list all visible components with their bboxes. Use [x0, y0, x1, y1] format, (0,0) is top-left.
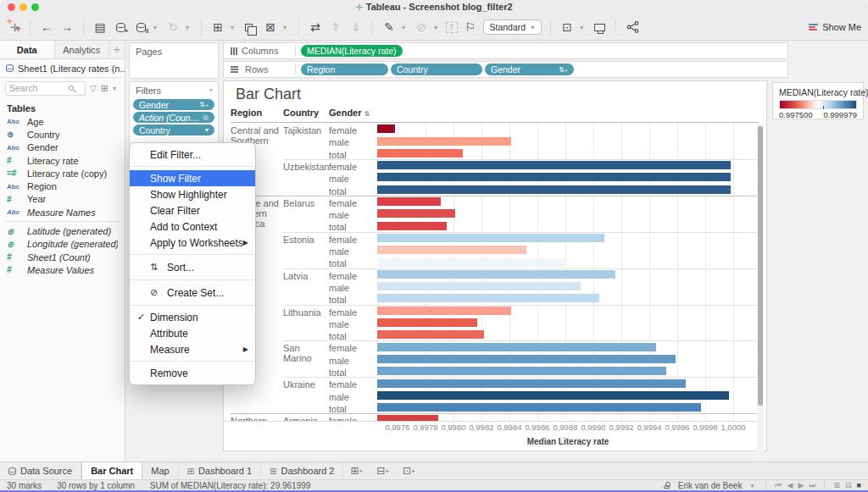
field-item[interactable]: ⊕Country [0, 128, 125, 141]
share-button[interactable] [625, 19, 640, 36]
highlight-caret[interactable]: ▾ [402, 24, 409, 31]
sheet-tab-bar-chart[interactable]: Bar Chart [81, 462, 142, 479]
sheet-tab-map[interactable]: Map [142, 462, 178, 479]
gender-label[interactable]: total [329, 404, 347, 414]
filmstrip-icon[interactable]: ⊟ [845, 481, 852, 489]
country-label[interactable]: Estonia [283, 235, 327, 245]
bar[interactable] [377, 209, 455, 218]
menu-item-attribute[interactable]: Attribute [130, 325, 255, 341]
pill-region[interactable]: Region [301, 64, 388, 75]
menu-item-edit-filter[interactable]: Edit Filter... [130, 146, 255, 163]
vertical-scrollbar[interactable] [757, 124, 764, 492]
bar[interactable] [377, 258, 567, 267]
gender-label[interactable]: total [329, 186, 347, 196]
columns-shelf[interactable]: Columns MEDIAN(Literacy rate) [223, 42, 788, 59]
bar[interactable] [377, 367, 666, 375]
gender-label[interactable]: total [329, 150, 347, 160]
view-options-caret[interactable]: ▾ [113, 85, 120, 92]
gender-label[interactable]: male [329, 174, 349, 184]
show-tabs-icon[interactable]: ■ [857, 481, 861, 489]
field-item[interactable]: #Sheet1 (Count) [0, 251, 125, 263]
fix-axes-button[interactable]: ⚐ [463, 19, 478, 36]
pane-pin-icon[interactable]: ✛ [109, 41, 125, 58]
column-header-region[interactable]: Region [231, 108, 262, 118]
gender-label[interactable]: female [329, 379, 357, 390]
swap-rows-columns-button[interactable]: ⇄ [308, 19, 323, 36]
sheet-sorter-icon[interactable]: ⊞ [833, 481, 840, 489]
gender-label[interactable]: female [329, 235, 357, 245]
field-item[interactable]: AbcRegion [0, 180, 125, 192]
menu-item-measure[interactable]: Measure▶ [130, 341, 255, 357]
bar[interactable] [377, 403, 701, 412]
field-item[interactable]: #Literacy rate [0, 154, 125, 167]
country-label[interactable]: San Marino [283, 343, 327, 363]
color-legend-card[interactable]: MEDIAN(Literacy rate) 0.997500 0.999979 [772, 82, 864, 119]
pill-gender[interactable]: Gender⇅₊ [485, 64, 574, 75]
sort-ascending-button[interactable]: ⇑ [328, 19, 343, 36]
show-mark-labels-button[interactable]: T [446, 22, 458, 33]
bar[interactable] [377, 246, 526, 254]
bar[interactable] [377, 270, 615, 279]
bar[interactable] [377, 185, 731, 194]
legend-gradient[interactable] [779, 100, 857, 109]
sort-descending-button[interactable]: ⇓ [348, 19, 364, 36]
user-menu-caret[interactable]: ▾ [750, 482, 757, 489]
sort-indicator-icon[interactable]: ⇅ [364, 110, 370, 118]
gender-label[interactable]: female [329, 343, 357, 353]
clear-sheet-caret[interactable]: ▾ [283, 24, 290, 31]
new-dashboard-tab-button[interactable]: ⊟+ [370, 462, 396, 479]
gender-label[interactable]: total [329, 258, 347, 268]
previous-sheet-icon[interactable]: ◀ [787, 481, 793, 490]
gender-label[interactable]: female [329, 307, 357, 318]
bar[interactable] [377, 282, 581, 290]
gender-label[interactable]: female [329, 416, 357, 422]
gender-label[interactable]: total [329, 331, 347, 341]
gender-label[interactable]: female [329, 198, 357, 208]
menu-item-apply-to-worksheets[interactable]: Apply to Worksheets▶ [130, 235, 255, 251]
menu-item-dimension[interactable]: ✓Dimension [130, 309, 255, 325]
gender-label[interactable]: male [329, 356, 349, 366]
group-members-caret[interactable]: ▾ [434, 24, 441, 31]
new-datasource-button[interactable]: + [113, 19, 128, 36]
bar[interactable] [377, 355, 676, 363]
pill-action-country-[interactable]: Action (Country)◎ [133, 112, 214, 123]
search-input[interactable] [5, 81, 86, 96]
menu-item-show-highlighter[interactable]: Show Highlighter [130, 186, 255, 202]
pill-menu-caret[interactable]: ▾ [205, 126, 209, 134]
sheet-tab-dashboard-2[interactable]: ⊞Dashboard 2 [261, 462, 343, 479]
field-item[interactable]: AbcGender [0, 141, 125, 154]
redo-button[interactable]: → [59, 19, 75, 36]
filter-fields-icon[interactable]: ▽ [90, 84, 97, 93]
country-label[interactable]: Tajikistan [283, 125, 327, 135]
pill-median-literacy-rate-[interactable]: MEDIAN(Literacy rate) [301, 45, 403, 57]
new-story-tab-button[interactable]: ⊡+ [396, 462, 422, 479]
bar[interactable] [377, 391, 729, 400]
field-item[interactable]: ⊕Longitude (generated) [0, 238, 125, 251]
search-field[interactable] [9, 83, 69, 93]
menu-item-sort[interactable]: ⇅Sort... [130, 258, 255, 276]
menu-item-clear-filter[interactable]: Clear Filter [130, 202, 255, 218]
undo-button[interactable]: ← [39, 19, 54, 36]
bar[interactable] [377, 197, 441, 206]
field-item[interactable]: ⊕Latitude (generated) [0, 224, 125, 237]
pause-auto-updates-caret[interactable]: ▾ [153, 24, 160, 31]
new-worksheet-caret[interactable]: ▾ [231, 24, 237, 31]
duplicate-sheet-button[interactable] [242, 19, 258, 36]
bar[interactable] [377, 307, 511, 315]
bar[interactable] [377, 161, 731, 169]
x-axis-title[interactable]: Median Literacy rate [377, 437, 759, 446]
fit-axis-button[interactable]: ⊡ [559, 19, 575, 36]
gender-label[interactable]: male [329, 246, 349, 257]
gender-label[interactable]: male [329, 392, 349, 402]
gender-label[interactable]: male [329, 137, 349, 147]
first-sheet-icon[interactable]: ⏮ [775, 481, 782, 490]
gender-label[interactable]: male [329, 210, 349, 220]
highlight-button[interactable]: ✎ [381, 19, 397, 36]
next-sheet-icon[interactable]: ▶ [798, 481, 804, 490]
gender-label[interactable]: total [329, 295, 347, 305]
sheet-title[interactable]: Bar Chart [236, 86, 301, 103]
tab-data[interactable]: Data [0, 41, 55, 58]
bar[interactable] [377, 222, 447, 230]
country-label[interactable]: Uzbekistan [283, 162, 327, 172]
clear-sheet-button[interactable]: ⊠ [263, 19, 278, 36]
